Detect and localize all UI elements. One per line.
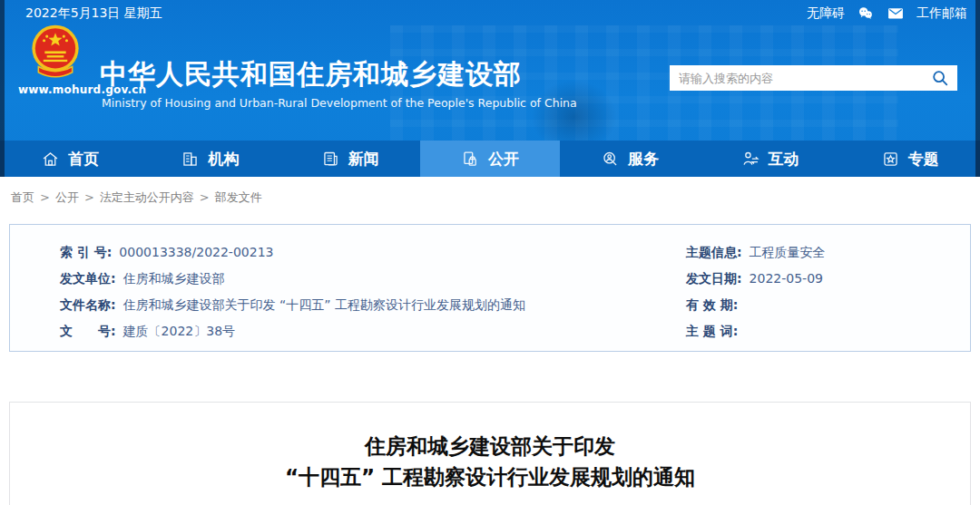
breadcrumb-separator: > xyxy=(200,190,210,204)
main-nav: 首页 机构 xyxy=(0,141,980,177)
breadcrumb-separator: > xyxy=(84,190,94,204)
nav-item-label: 公开 xyxy=(488,149,519,170)
meta-row-file-name: 文件名称:住房和城乡建设部关于印发 “十四五” 工程勘察设计行业发展规划的通知 xyxy=(60,296,686,314)
meta-label: 索 引 号: xyxy=(60,245,112,259)
meta-label: 发文单位: xyxy=(60,271,116,286)
nav-item-service[interactable]: 服务 xyxy=(560,141,700,177)
meta-label: 主 题 词: xyxy=(686,324,738,338)
meta-value: 建质〔2022〕38号 xyxy=(123,324,235,338)
article-title-line2: “十四五” 工程勘察设计行业发展规划的通知 xyxy=(10,461,970,492)
left-edge-shade xyxy=(0,0,5,177)
meta-label: 文件名称: xyxy=(60,297,116,312)
article-title: 住房和城乡建设部关于印发 “十四五” 工程勘察设计行业发展规划的通知 xyxy=(10,431,970,492)
meta-row-document-number: 文 号:建质〔2022〕38号 xyxy=(60,323,686,340)
meta-row-subject-info: 主题信息:工程质量安全 xyxy=(686,244,970,261)
breadcrumb-separator: > xyxy=(40,190,50,204)
meta-row-validity: 有 效 期: xyxy=(686,296,970,314)
nav-item-disclosure[interactable]: 公开 xyxy=(420,141,560,177)
service-icon xyxy=(601,150,620,169)
meta-row-index-number: 索 引 号:000013338/2022-00213 xyxy=(60,244,686,261)
current-date: 2022年5月13日 星期五 xyxy=(25,5,162,22)
wechat-icon[interactable] xyxy=(857,5,875,23)
nav-item-label: 首页 xyxy=(68,149,99,170)
news-icon xyxy=(321,150,340,169)
topbar-right: 无障碍 xyxy=(807,5,967,23)
national-emblem xyxy=(30,24,81,82)
mail-icon[interactable] xyxy=(887,5,905,23)
topics-icon xyxy=(881,150,900,169)
nav-item-label: 专题 xyxy=(908,149,939,170)
meta-column-right: 主题信息:工程质量安全 发文日期:2022-05-09 有 效 期: 主 题 词… xyxy=(686,244,970,351)
site-header: 2022年5月13日 星期五 无障碍 xyxy=(0,0,980,177)
header-main: www.mohurd.gov.cn 中华人民共和国住房和城乡建设部 Minist… xyxy=(0,27,980,141)
meta-label: 文 号: xyxy=(60,324,116,338)
breadcrumb-disclosure[interactable]: 公开 xyxy=(55,190,79,204)
topbar: 2022年5月13日 星期五 无障碍 xyxy=(0,0,980,27)
meta-value: 住房和城乡建设部 xyxy=(123,271,225,286)
nav-item-organization[interactable]: 机构 xyxy=(140,141,279,177)
site-title: 中华人民共和国住房和城乡建设部 xyxy=(100,56,522,93)
meta-row-keywords: 主 题 词: xyxy=(686,323,970,340)
meta-label: 有 效 期: xyxy=(686,297,738,312)
article-box: 住房和城乡建设部关于印发 “十四五” 工程勘察设计行业发展规划的通知 xyxy=(9,402,971,505)
meta-value: 000013338/2022-00213 xyxy=(119,245,273,259)
meta-row-issuing-unit: 发文单位:住房和城乡建设部 xyxy=(60,270,686,287)
meta-value: 住房和城乡建设部关于印发 “十四五” 工程勘察设计行业发展规划的通知 xyxy=(123,297,525,312)
meta-row-issue-date: 发文日期:2022-05-09 xyxy=(686,270,970,287)
document-meta-box: 索 引 号:000013338/2022-00213 发文单位:住房和城乡建设部… xyxy=(9,224,971,352)
home-icon xyxy=(41,150,60,169)
breadcrumb-home[interactable]: 首页 xyxy=(11,190,34,204)
meta-column-left: 索 引 号:000013338/2022-00213 发文单位:住房和城乡建设部… xyxy=(60,244,686,351)
nav-item-label: 互动 xyxy=(769,149,799,170)
nav-item-home[interactable]: 首页 xyxy=(0,141,140,177)
nav-item-label: 服务 xyxy=(628,149,659,170)
breadcrumb-current: 部发文件 xyxy=(215,190,262,204)
site-subtitle-en: Ministry of Housing and Urban-Rural Deve… xyxy=(102,96,577,110)
right-edge-shade xyxy=(975,0,980,177)
meta-value: 工程质量安全 xyxy=(750,245,826,259)
meta-label: 主题信息: xyxy=(686,245,742,259)
breadcrumb: 首页>公开>法定主动公开内容>部发文件 xyxy=(11,189,980,206)
organization-icon xyxy=(181,150,200,169)
search-icon[interactable] xyxy=(930,68,950,88)
nav-item-topics[interactable]: 专题 xyxy=(840,141,980,177)
breadcrumb-statutory-content[interactable]: 法定主动公开内容 xyxy=(100,190,194,204)
page: 2022年5月13日 星期五 无障碍 xyxy=(0,0,980,505)
accessibility-link[interactable]: 无障碍 xyxy=(807,5,845,22)
search-input[interactable] xyxy=(679,72,930,85)
article-title-line1: 住房和城乡建设部关于印发 xyxy=(10,431,970,461)
work-mailbox-link[interactable]: 工作邮箱 xyxy=(916,5,967,22)
meta-value: 2022-05-09 xyxy=(750,271,823,286)
search-box xyxy=(670,65,957,91)
nav-item-label: 新闻 xyxy=(348,149,379,170)
meta-label: 发文日期: xyxy=(686,271,742,286)
nav-item-interaction[interactable]: 互动 xyxy=(700,141,839,177)
disclosure-icon xyxy=(461,150,480,169)
nav-item-label: 机构 xyxy=(208,149,239,170)
interaction-icon xyxy=(741,150,760,169)
nav-item-news[interactable]: 新闻 xyxy=(280,141,420,177)
